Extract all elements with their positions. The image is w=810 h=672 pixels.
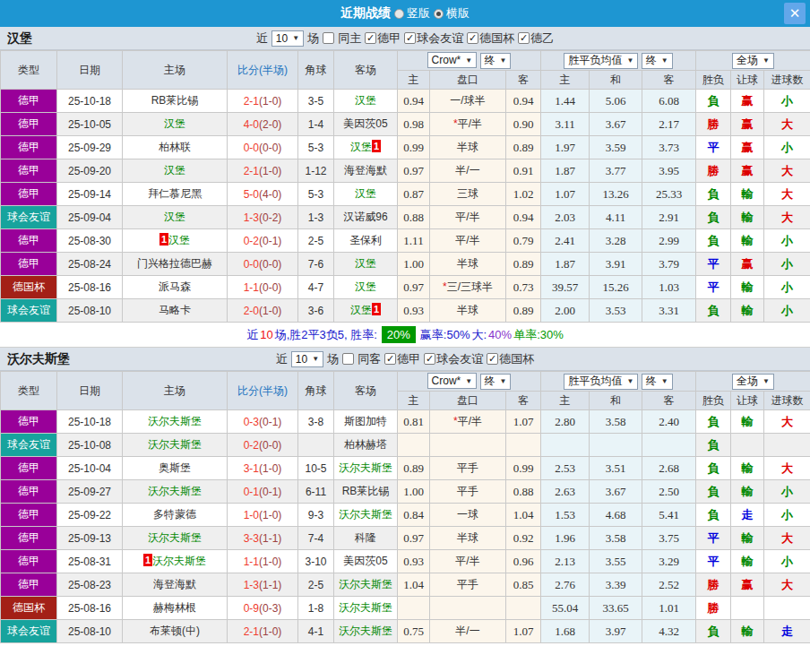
league-checkbox[interactable] — [518, 32, 530, 44]
period-select[interactable]: 全场▼ — [732, 374, 774, 390]
match-count-value: 10 — [276, 32, 288, 45]
league-cell: 德甲 — [1, 457, 57, 480]
handicap-result-cell: 輸 — [731, 410, 764, 434]
score-cell: 1-3(1-1) — [228, 573, 298, 597]
col-away: 客场 — [334, 51, 398, 90]
away-odds-cell: 0.73 — [506, 276, 541, 299]
league-cell: 德甲 — [1, 504, 57, 527]
league-filter-item: 德甲 — [365, 30, 401, 47]
summary-part: 40% — [488, 328, 512, 341]
goals-result-cell: 小 — [764, 229, 810, 253]
titlebar: 近期战绩 竖版 横版 ✕ — [0, 0, 810, 27]
avg-type-select[interactable]: 胜平负均值▼ — [564, 53, 638, 69]
away-team-cell: 汉堡 — [334, 90, 398, 113]
league-filter-item: 德甲 — [384, 351, 420, 367]
odds-time-select[interactable]: 终▼ — [480, 53, 512, 69]
league-cell: 德甲 — [1, 159, 57, 183]
match-row: 德国杯 25-08-16 派马森 1-1(0-0) 4-7 汉堡 0.97 *三… — [1, 276, 810, 299]
score-cell: 1-0(1-0) — [228, 504, 298, 527]
league-checkbox[interactable] — [467, 32, 478, 44]
avg-home-cell: 1.97 — [541, 136, 590, 159]
league-label: 德甲 — [397, 351, 420, 367]
handicap-result-cell: 赢 — [731, 573, 764, 597]
avg-away-cell: 3.29 — [642, 550, 696, 573]
away-odds-cell: 0.99 — [506, 457, 541, 480]
league-filter-item: 德乙 — [518, 30, 554, 47]
date-cell: 25-08-16 — [57, 276, 123, 299]
corner-cell: 9-3 — [298, 504, 334, 527]
home-odds-cell: 0.97 — [398, 276, 430, 299]
date-cell: 25-08-31 — [57, 550, 123, 573]
rank-badge: 1 — [372, 303, 381, 315]
league-cell: 德甲 — [1, 527, 57, 550]
games-label: 场 — [307, 30, 319, 47]
league-cell: 德甲 — [1, 550, 57, 573]
avg-home-cell: 2.76 — [541, 573, 590, 597]
period-select[interactable]: 全场▼ — [732, 53, 774, 69]
radio-unchecked-icon[interactable] — [394, 9, 404, 19]
away-team-name: 沃尔夫斯堡 — [339, 508, 392, 521]
avg-type-select[interactable]: 胜平负均值▼ — [564, 374, 638, 390]
away-team-cell: 斯图加特 — [334, 410, 398, 434]
home-odds-cell: 0.81 — [398, 410, 430, 434]
avg-time-select[interactable]: 终▼ — [642, 53, 673, 69]
avg-draw-cell: 3.51 — [590, 457, 642, 480]
league-checkbox[interactable] — [487, 353, 498, 365]
home-team-name: 汉堡 — [168, 234, 190, 246]
home-odds-cell: 0.88 — [398, 206, 430, 229]
avg-home-cell: 1.44 — [541, 90, 590, 113]
radio-vertical-label: 竖版 — [407, 5, 430, 22]
match-count-select[interactable]: 10 ▼ — [271, 30, 304, 47]
match-count-select[interactable]: 10 ▼ — [291, 351, 323, 367]
corner-cell: 2-5 — [298, 573, 334, 597]
date-cell: 25-09-27 — [57, 480, 123, 504]
score-cell: 0-2(0-1) — [228, 229, 298, 253]
home-team-cell: 派马森 — [123, 276, 228, 299]
handicap-name: 平/半 — [455, 211, 479, 223]
avg-draw-cell: 3.28 — [590, 229, 642, 253]
games-label: 场 — [327, 351, 339, 367]
same-venue-checkbox[interactable] — [323, 32, 334, 44]
league-checkbox[interactable] — [424, 353, 435, 365]
period-value: 全场 — [737, 53, 758, 68]
close-button[interactable]: ✕ — [784, 3, 806, 24]
avg-home-cell: 2.80 — [541, 410, 590, 434]
score-cell: 1-3(0-2) — [228, 206, 298, 229]
fulltime-score: 0-2 — [244, 439, 259, 452]
corner-cell: 4-7 — [298, 276, 334, 299]
radio-checked-icon[interactable] — [434, 9, 444, 19]
league-checkbox[interactable] — [404, 32, 416, 44]
halftime-score: (2-0) — [259, 118, 281, 131]
away-team-cell: 美因茨05 — [334, 113, 398, 136]
handicap-cell — [430, 434, 506, 457]
handicap-cell: 平/半 — [430, 229, 506, 253]
handicap-result-cell: 輸 — [731, 620, 764, 643]
layout-radio-vertical[interactable]: 竖版 — [394, 5, 430, 22]
league-checkbox[interactable] — [384, 353, 396, 365]
bookmaker-select[interactable]: Crow*▼ — [427, 52, 478, 68]
match-row: 德甲 25-10-18 RB莱比锡 2-1(1-0) 3-5 汉堡 0.94 一… — [1, 90, 810, 113]
home-odds-cell — [398, 434, 430, 457]
match-row: 球会友谊 25-10-08 沃尔夫斯堡 0-2(0-0) 柏林赫塔 負 — [1, 434, 810, 457]
avg-home-cell: 2.00 — [541, 299, 590, 323]
corner-cell: 7-6 — [298, 253, 334, 276]
fulltime-score: 0-3 — [244, 416, 259, 428]
home-odds-cell: 0.97 — [398, 527, 430, 550]
home-team-name: 沃尔夫斯堡 — [148, 438, 202, 451]
bookmaker-select[interactable]: Crow*▼ — [427, 373, 478, 389]
halftime-score: (1-0) — [259, 165, 281, 177]
league-checkbox[interactable] — [365, 32, 376, 44]
layout-radio-horizontal[interactable]: 横版 — [434, 5, 470, 22]
avg-time-value: 终 — [646, 53, 657, 68]
away-team-cell: 汉堡 — [334, 253, 398, 276]
avg-draw-cell: 3.59 — [590, 136, 642, 159]
col-odds-home: 主 — [398, 392, 430, 410]
avg-draw-cell: 15.26 — [590, 276, 642, 299]
odds-time-select[interactable]: 终▼ — [480, 374, 512, 390]
same-venue-label: 同主 — [338, 30, 361, 47]
avg-time-select[interactable]: 终▼ — [642, 374, 673, 390]
avg-draw-cell: 4.68 — [590, 504, 642, 527]
same-venue-checkbox[interactable] — [342, 353, 354, 365]
score-cell: 3-1(1-0) — [228, 457, 298, 480]
avg-draw-cell: 33.65 — [590, 597, 642, 620]
